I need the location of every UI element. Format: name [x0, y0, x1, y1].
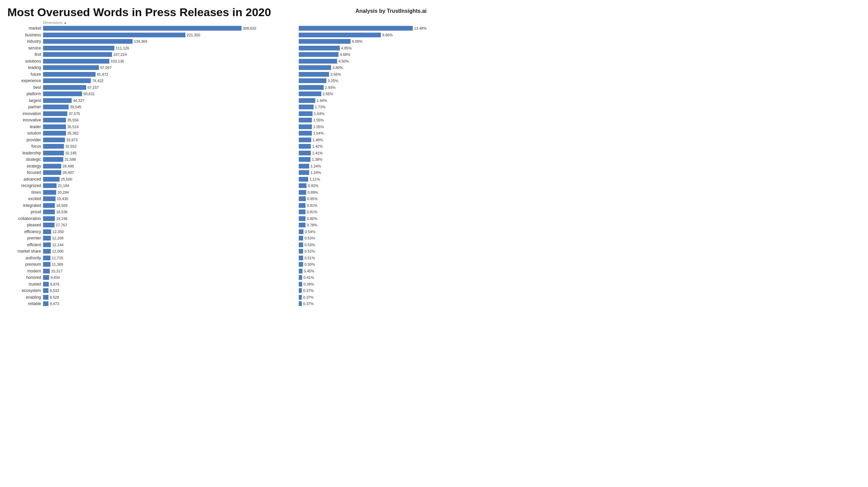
bar-count-value: 32,185 [65, 151, 77, 155]
pct-bar-value: 1.64% [314, 112, 324, 116]
pct-bar [299, 275, 302, 280]
bar-count-value: 81,472 [97, 72, 108, 76]
bar-label: enabling [7, 295, 41, 300]
bar-count-value: 18,569 [56, 203, 68, 207]
bar-label: reliable [7, 301, 41, 306]
pct-bar [299, 183, 307, 188]
pct-bar-value: 0.37% [303, 302, 314, 306]
pct-bar [299, 229, 304, 234]
bar-count-value: 35,556 [67, 118, 79, 122]
pct-bar-value: 2.65% [323, 92, 333, 96]
bar-row: reliable 8,473 [7, 301, 293, 307]
pct-bar [299, 282, 302, 287]
bar-wrap: 103,136 [43, 58, 293, 64]
pct-bar-value: 0.80% [307, 217, 317, 221]
bar-count-value: 67,157 [88, 86, 99, 90]
count-bar [43, 26, 242, 31]
pct-bar [299, 223, 306, 227]
bar-row: leader 35,514 [7, 124, 293, 130]
bar-wrap: 139,369 [43, 38, 293, 44]
pct-bar [299, 46, 340, 51]
pct-bar-value: 13.48% [414, 26, 427, 30]
bar-count-value: 37,575 [69, 112, 80, 116]
bar-wrap: 10,317 [43, 268, 293, 274]
bar-row: provider 33,973 [7, 137, 293, 143]
pct-bar-row: 0.81% [299, 209, 427, 215]
count-bar [43, 164, 61, 168]
pct-bar [299, 249, 303, 254]
bar-count-value: 17,767 [56, 223, 67, 227]
count-bar [43, 118, 66, 122]
bar-wrap: 35,382 [43, 130, 293, 136]
bar-wrap: 8,528 [43, 294, 293, 300]
bar-label: service [7, 46, 41, 51]
pct-bar [299, 105, 314, 109]
pct-bar [299, 170, 309, 175]
pct-bar-row: 3.56% [299, 71, 427, 77]
pct-bar [299, 33, 381, 37]
pct-bar-value: 0.52% [305, 249, 315, 253]
count-bar [43, 59, 109, 64]
count-bar [43, 249, 51, 254]
bar-row: premier 12,209 [7, 235, 293, 241]
bar-wrap: 18,569 [43, 202, 293, 208]
pct-bar-value: 0.51% [305, 256, 315, 260]
pct-bar-value: 0.50% [305, 262, 315, 266]
pct-bar-row: 0.51% [299, 255, 427, 261]
pct-bar-value: 4.50% [338, 59, 349, 63]
bar-row: leadership 32,185 [7, 150, 293, 156]
count-bar [43, 216, 55, 221]
pct-bar [299, 144, 311, 149]
bar-row: innovation 37,575 [7, 111, 293, 117]
pct-bar [299, 288, 302, 293]
bar-wrap: 12,209 [43, 235, 293, 241]
pct-bar-row: 1.64% [299, 111, 427, 117]
pct-bar-value: 1.24% [311, 164, 321, 168]
bar-wrap: 44,327 [43, 98, 293, 104]
bar-row: honored 9,434 [7, 274, 293, 281]
bar-row: solutions 103,136 [7, 58, 293, 64]
pct-bar-value: 0.89% [308, 190, 318, 194]
bar-label: leadership [7, 151, 41, 155]
count-bar [43, 46, 114, 51]
bar-count-value: 18,536 [56, 210, 68, 214]
bar-row: enabling 8,528 [7, 294, 293, 300]
bar-label: largest [7, 98, 41, 103]
bar-label: trusted [7, 282, 41, 287]
count-bar [43, 85, 86, 90]
count-bar [43, 183, 57, 188]
bar-count-value: 11,369 [52, 262, 63, 266]
bar-label: solutions [7, 59, 41, 64]
pct-bar-row: 0.52% [299, 248, 427, 254]
bar-wrap: 12,144 [43, 242, 293, 248]
pct-bar-row: 1.11% [299, 176, 427, 182]
pct-bar-row: 0.53% [299, 235, 427, 241]
bar-wrap: 74,422 [43, 78, 293, 84]
bar-row: focus 32,552 [7, 143, 293, 149]
bar-wrap: 8,876 [43, 281, 293, 287]
bar-label: proud [7, 209, 41, 214]
count-bar [43, 137, 65, 142]
pct-bar [299, 157, 311, 162]
bar-count-value: 12,350 [53, 230, 64, 234]
bar-wrap: 111,126 [43, 45, 293, 51]
bar-wrap: 37,575 [43, 111, 293, 117]
bar-row: focused 28,407 [7, 169, 293, 175]
bar-label: strategic [7, 157, 41, 162]
bar-wrap: 32,185 [43, 150, 293, 156]
pct-bar-row: 0.85% [299, 196, 427, 202]
bar-row: ecosystem 8,532 [7, 288, 293, 294]
bar-label: integrated [7, 203, 41, 208]
count-bar [43, 301, 49, 306]
bar-wrap: 35,556 [43, 117, 293, 123]
pct-bar-row: 0.37% [299, 301, 427, 307]
bar-wrap: 221,350 [43, 32, 293, 38]
count-bar [43, 170, 61, 175]
pct-bar-row: 3.25% [299, 78, 427, 84]
bar-count-value: 60,631 [84, 92, 95, 96]
pct-bar-value: 0.45% [304, 269, 314, 273]
count-bar [43, 256, 51, 260]
pct-bar-row: 4.85% [299, 45, 427, 51]
pct-bar [299, 196, 306, 201]
bar-label: efficient [7, 242, 41, 247]
